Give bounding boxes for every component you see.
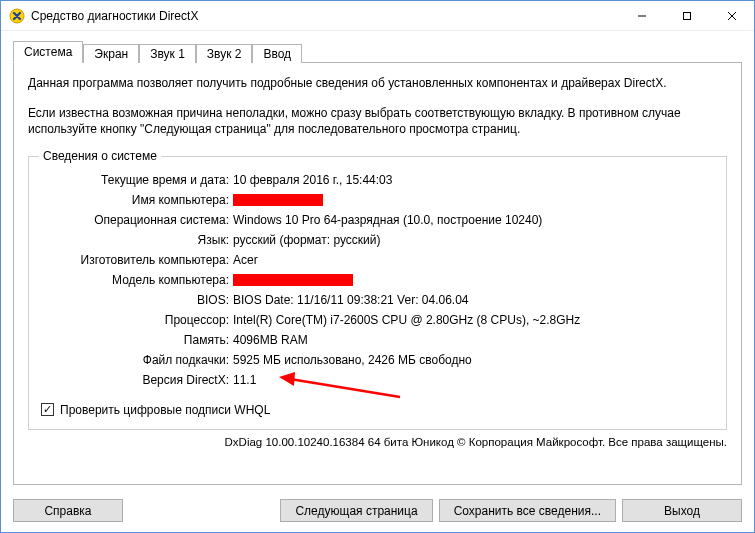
value-computer-name (233, 191, 714, 209)
tab-panel-system: Данная программа позволяет получить подр… (13, 62, 742, 485)
row-pagefile: Файл подкачки: 5925 МБ использовано, 242… (41, 351, 714, 369)
row-computer-name: Имя компьютера: (41, 191, 714, 209)
label-os: Операционная система: (41, 211, 233, 229)
label-datetime: Текущие время и дата: (41, 171, 233, 189)
row-language: Язык: русский (формат: русский) (41, 231, 714, 249)
button-bar: Справка Следующая страница Сохранить все… (1, 491, 754, 532)
value-model (233, 271, 714, 289)
value-language: русский (формат: русский) (233, 231, 714, 249)
titlebar: Средство диагностики DirectX (1, 1, 754, 31)
help-button[interactable]: Справка (13, 499, 123, 522)
row-manufacturer: Изготовитель компьютера: Acer (41, 251, 714, 269)
svg-marker-6 (279, 372, 295, 386)
system-info-group: Сведения о системе Текущие время и дата:… (28, 156, 727, 430)
row-memory: Память: 4096MB RAM (41, 331, 714, 349)
row-model: Модель компьютера: (41, 271, 714, 289)
app-icon (9, 8, 25, 24)
system-info-legend: Сведения о системе (39, 149, 161, 163)
row-os: Операционная система: Windows 10 Pro 64-… (41, 211, 714, 229)
content-area: Система Экран Звук 1 Звук 2 Ввод Данная … (1, 31, 754, 491)
close-button[interactable] (709, 1, 754, 30)
value-pagefile: 5925 МБ использовано, 2426 МБ свободно (233, 351, 714, 369)
value-datetime: 10 февраля 2016 г., 15:44:03 (233, 171, 714, 189)
exit-button[interactable]: Выход (622, 499, 742, 522)
window-title: Средство диагностики DirectX (31, 9, 619, 23)
window-controls (619, 1, 754, 30)
annotation-arrow-icon (275, 367, 405, 407)
row-datetime: Текущие время и дата: 10 февраля 2016 г.… (41, 171, 714, 189)
button-spacer (123, 499, 280, 522)
label-pagefile: Файл подкачки: (41, 351, 233, 369)
redacted-computer-name (233, 194, 323, 206)
value-manufacturer: Acer (233, 251, 714, 269)
value-memory: 4096MB RAM (233, 331, 714, 349)
value-bios: BIOS Date: 11/16/11 09:38:21 Ver: 04.06.… (233, 291, 714, 309)
label-language: Язык: (41, 231, 233, 249)
tab-screen[interactable]: Экран (83, 44, 139, 63)
value-directx-text: 11.1 (233, 373, 256, 387)
tab-strip: Система Экран Звук 1 Звук 2 Ввод (13, 41, 742, 63)
next-page-button[interactable]: Следующая страница (280, 499, 432, 522)
label-processor: Процессор: (41, 311, 233, 329)
intro-line2: Если известна возможная причина неполадк… (28, 105, 727, 137)
whql-checkbox[interactable]: ✓ (41, 403, 54, 416)
tab-system[interactable]: Система (13, 41, 83, 63)
tab-sound2[interactable]: Звук 2 (196, 44, 253, 63)
label-computer-name: Имя компьютера: (41, 191, 233, 209)
value-os: Windows 10 Pro 64-разрядная (10.0, постр… (233, 211, 714, 229)
redacted-model (233, 274, 353, 286)
svg-rect-2 (683, 12, 690, 19)
tab-input[interactable]: Ввод (252, 44, 302, 63)
intro-line1: Данная программа позволяет получить подр… (28, 75, 727, 91)
value-directx: 11.1 (233, 371, 714, 389)
dxdiag-window: Средство диагностики DirectX Система Экр… (0, 0, 755, 533)
minimize-button[interactable] (619, 1, 664, 30)
label-model: Модель компьютера: (41, 271, 233, 289)
intro-text: Данная программа позволяет получить подр… (28, 75, 727, 152)
svg-line-5 (290, 379, 400, 397)
value-processor: Intel(R) Core(TM) i7-2600S CPU @ 2.80GHz… (233, 311, 714, 329)
label-manufacturer: Изготовитель компьютера: (41, 251, 233, 269)
system-info-rows: Текущие время и дата: 10 февраля 2016 г.… (41, 171, 714, 389)
tab-sound1[interactable]: Звук 1 (139, 44, 196, 63)
row-processor: Процессор: Intel(R) Core(TM) i7-2600S CP… (41, 311, 714, 329)
label-memory: Память: (41, 331, 233, 349)
whql-checkbox-row[interactable]: ✓ Проверить цифровые подписи WHQL (41, 403, 714, 417)
label-bios: BIOS: (41, 291, 233, 309)
row-bios: BIOS: BIOS Date: 11/16/11 09:38:21 Ver: … (41, 291, 714, 309)
label-directx: Версия DirectX: (41, 371, 233, 389)
whql-checkbox-label: Проверить цифровые подписи WHQL (60, 403, 270, 417)
footer-text: DxDiag 10.00.10240.16384 64 бита Юникод … (28, 436, 727, 448)
maximize-button[interactable] (664, 1, 709, 30)
row-directx: Версия DirectX: 11.1 (41, 371, 714, 389)
save-all-button[interactable]: Сохранить все сведения... (439, 499, 616, 522)
